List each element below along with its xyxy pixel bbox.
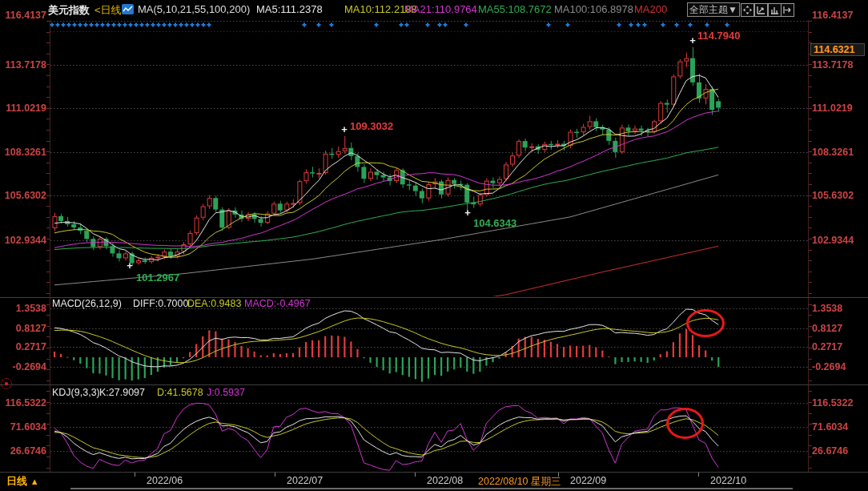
price-label-left: 113.7178 bbox=[2, 59, 46, 70]
macd-axis-label-right: 0.8127 bbox=[812, 323, 842, 334]
date-label: 2022/10 bbox=[710, 475, 746, 486]
ma-value: MA100:106.8978 bbox=[554, 3, 633, 15]
macd-axis-label-left: 0.2717 bbox=[2, 341, 46, 352]
period-selector[interactable]: 日线 ▲ bbox=[6, 474, 39, 489]
price-label-right: 113.7178 bbox=[812, 59, 853, 70]
price-label-right: 102.9344 bbox=[812, 235, 854, 246]
extreme-price-annotation: 104.6343 bbox=[473, 217, 516, 229]
macd-dea-value: DEA:0.9483 bbox=[187, 298, 241, 309]
date-label: 2022/06 bbox=[147, 475, 183, 486]
chart-type-icon[interactable] bbox=[122, 4, 134, 17]
ma-value: MA21:110.9764 bbox=[404, 3, 477, 15]
popout-icon[interactable] bbox=[781, 3, 794, 17]
macd-axis-label-right: -0.2694 bbox=[812, 361, 846, 372]
macd-axis-label-left: -0.2694 bbox=[2, 361, 46, 372]
extreme-marker-cross: + bbox=[689, 34, 696, 46]
macd-title[interactable]: MACD(26,12,9) bbox=[52, 298, 122, 309]
kdj-axis-label-left: 71.6034 bbox=[2, 421, 46, 433]
ma-value: MA5:111.2378 bbox=[256, 3, 323, 15]
extreme-marker-cross: + bbox=[341, 123, 348, 135]
extreme-price-annotation: 101.2967 bbox=[136, 272, 179, 284]
macd-axis-label-right: 1.3538 bbox=[812, 303, 842, 314]
price-label-left: 108.3261 bbox=[2, 147, 46, 158]
symbol-name: 美元指数 bbox=[48, 3, 90, 18]
layout-icon[interactable] bbox=[741, 3, 754, 17]
macd-value: MACD:-0.4967 bbox=[244, 298, 311, 309]
macd-axis-label-right: 0.2717 bbox=[812, 341, 842, 352]
date-label: 2022/07 bbox=[287, 475, 323, 486]
price-chart-canvas[interactable] bbox=[0, 0, 868, 491]
extreme-marker-cross: + bbox=[127, 260, 133, 272]
price-label-left: 102.9344 bbox=[2, 235, 46, 246]
draw-window-icon[interactable] bbox=[754, 3, 768, 17]
macd-axis-label-left: 1.3538 bbox=[2, 303, 46, 314]
date-label: 2022/08/10 星期三 bbox=[478, 475, 561, 489]
scrollbar[interactable] bbox=[70, 488, 793, 489]
up-triangle-icon: ▲ bbox=[30, 477, 39, 486]
kdj-axis-label-left: 26.6746 bbox=[2, 445, 46, 457]
extreme-price-annotation: 109.3032 bbox=[350, 120, 393, 132]
kdj-axis-label-right: 116.5322 bbox=[812, 397, 853, 408]
period-label: 日线 bbox=[6, 475, 27, 487]
macd-axis-label-left: 0.8127 bbox=[2, 323, 46, 334]
kdj-d-value: D:41.5678 bbox=[157, 387, 203, 398]
price-label-right: 105.6302 bbox=[812, 190, 854, 201]
kdj-j-value: J:0.5937 bbox=[207, 387, 245, 398]
indicator-window-icon[interactable] bbox=[768, 3, 782, 17]
price-label-right: 111.0219 bbox=[812, 103, 853, 114]
price-label-left: 111.0219 bbox=[2, 103, 46, 114]
theme-dropdown[interactable]: 全部主题▼ bbox=[687, 2, 740, 17]
date-label: 2022/09 bbox=[570, 475, 606, 486]
date-label: 2022/08 bbox=[427, 475, 463, 486]
ma-value: MA55:108.7672 bbox=[478, 3, 552, 15]
extreme-marker-cross: + bbox=[464, 207, 471, 219]
chart-application: 美元指数 <日线> MA(5,10,21,55,100,200) MA5:111… bbox=[0, 0, 868, 491]
alert-marker-icon[interactable] bbox=[1, 378, 12, 389]
macd-diff-value: DIFF:0.7000 bbox=[133, 298, 188, 309]
kdj-axis-label-right: 26.6746 bbox=[812, 445, 848, 457]
ma-params-label: MA(5,10,21,55,100,200) bbox=[138, 3, 250, 15]
kdj-k-value: K:27.9097 bbox=[99, 387, 145, 398]
kdj-title[interactable]: KDJ(9,3,3) bbox=[52, 387, 100, 398]
highlight-ellipse-kdj bbox=[666, 408, 704, 439]
kdj-axis-label-right: 71.6034 bbox=[812, 421, 848, 433]
ma-value: MA200 bbox=[634, 3, 667, 15]
price-label-right: 108.3261 bbox=[812, 147, 854, 158]
price-label-right: 116.4137 bbox=[812, 10, 853, 21]
price-label-left: 105.6302 bbox=[2, 190, 46, 201]
price-label-left: 116.4137 bbox=[2, 10, 46, 21]
highlight-ellipse-macd bbox=[686, 309, 725, 337]
extreme-price-annotation: 114.7940 bbox=[697, 30, 741, 42]
kdj-axis-label-left: 116.5322 bbox=[2, 397, 46, 408]
current-price-tag: 114.6321 bbox=[810, 43, 865, 56]
